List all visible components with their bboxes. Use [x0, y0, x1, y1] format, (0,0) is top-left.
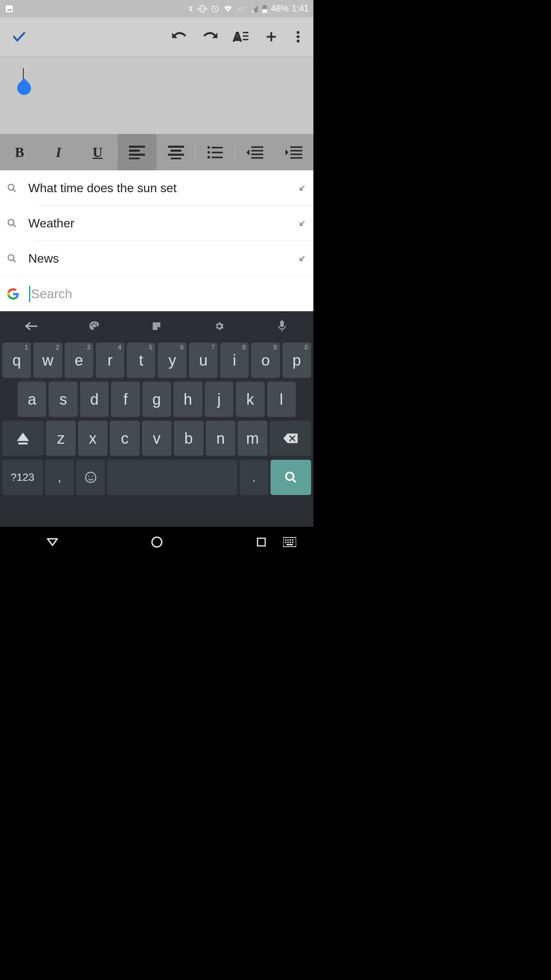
wifi-icon — [223, 4, 233, 13]
italic-button[interactable]: I — [39, 134, 78, 170]
text-caret — [29, 286, 30, 302]
svg-rect-67 — [285, 542, 287, 543]
vibrate-icon — [197, 4, 207, 14]
shift-key[interactable] — [2, 421, 44, 456]
suggestion-item[interactable]: News — [0, 241, 313, 276]
settings-icon[interactable] — [208, 321, 231, 332]
key-c[interactable]: c — [110, 421, 139, 456]
key-m[interactable]: m — [238, 421, 267, 456]
add-button[interactable] — [256, 21, 287, 52]
sticker-icon[interactable] — [145, 320, 168, 332]
key-h[interactable]: h — [173, 382, 202, 417]
format-bar: B I U — [0, 134, 313, 170]
search-suggestions: What time does the sun set Weather News — [0, 170, 313, 276]
key-b[interactable]: b — [174, 421, 203, 456]
svg-point-45 — [8, 255, 14, 260]
svg-line-42 — [13, 189, 16, 192]
keyboard-back-button[interactable] — [20, 322, 43, 331]
system-navbar — [0, 527, 313, 551]
svg-rect-11 — [243, 32, 249, 33]
document-area[interactable] — [0, 57, 313, 134]
svg-point-43 — [8, 219, 14, 225]
more-button[interactable] — [287, 21, 310, 52]
suggestion-item[interactable]: What time does the sun set — [0, 170, 313, 206]
svg-marker-59 — [47, 539, 57, 546]
key-j[interactable]: j — [205, 382, 233, 417]
confirm-button[interactable] — [4, 21, 34, 52]
search-bar[interactable]: Search — [0, 276, 313, 311]
align-left-button[interactable] — [117, 134, 156, 170]
svg-rect-66 — [292, 539, 293, 541]
insert-suggestion-icon[interactable] — [298, 184, 306, 192]
key-o[interactable]: o9 — [251, 343, 280, 378]
key-l[interactable]: l — [267, 382, 296, 417]
insert-suggestion-icon[interactable] — [298, 219, 306, 227]
home-button[interactable] — [145, 531, 168, 551]
svg-rect-21 — [129, 154, 145, 155]
outdent-button[interactable] — [235, 134, 274, 170]
search-input[interactable]: Search — [29, 286, 306, 302]
mic-icon[interactable] — [271, 320, 293, 332]
search-enter-key[interactable] — [271, 460, 311, 495]
svg-rect-0 — [6, 5, 13, 12]
google-logo-icon — [7, 288, 19, 300]
key-g[interactable]: g — [142, 382, 171, 417]
key-q[interactable]: q1 — [2, 343, 31, 378]
key-v[interactable]: v — [142, 421, 171, 456]
svg-text:A: A — [232, 29, 242, 44]
back-button[interactable] — [41, 531, 64, 551]
key-w[interactable]: w2 — [33, 343, 62, 378]
suggestion-item[interactable]: Weather — [0, 206, 313, 241]
svg-point-56 — [92, 476, 93, 477]
redo-button[interactable] — [195, 21, 225, 52]
svg-rect-37 — [290, 146, 302, 148]
align-center-button[interactable] — [156, 134, 196, 170]
svg-point-48 — [91, 325, 92, 326]
svg-rect-71 — [287, 544, 293, 546]
status-time: 1:41 — [292, 3, 309, 14]
svg-point-60 — [152, 537, 162, 547]
undo-button[interactable] — [164, 21, 195, 52]
svg-rect-39 — [290, 154, 302, 155]
key-r[interactable]: r4 — [96, 343, 124, 378]
bold-button[interactable]: B — [0, 134, 39, 170]
emoji-key[interactable] — [76, 460, 105, 495]
key-e[interactable]: e3 — [65, 343, 93, 378]
key-i[interactable]: i8 — [220, 343, 249, 378]
search-placeholder: Search — [31, 286, 72, 301]
key-k[interactable]: k — [236, 382, 264, 417]
recents-button[interactable] — [250, 531, 273, 551]
backspace-key[interactable] — [270, 421, 311, 456]
svg-point-49 — [93, 323, 94, 324]
key-s[interactable]: s — [49, 382, 77, 417]
theme-icon[interactable] — [83, 320, 106, 332]
key-d[interactable]: d — [80, 382, 109, 417]
key-p[interactable]: p0 — [282, 343, 311, 378]
signal-icon — [250, 5, 259, 13]
text-format-button[interactable]: A — [225, 21, 256, 52]
search-icon — [7, 183, 17, 193]
period-key[interactable]: . — [240, 460, 268, 495]
key-n[interactable]: n — [206, 421, 235, 456]
text-cursor-handle[interactable] — [17, 68, 31, 95]
svg-point-27 — [207, 146, 210, 149]
symbols-key[interactable]: ?123 — [2, 460, 43, 495]
keyboard-toolbar — [0, 311, 313, 341]
key-t[interactable]: t5 — [127, 343, 155, 378]
svg-rect-61 — [258, 538, 265, 546]
key-a[interactable]: a — [18, 382, 46, 417]
key-y[interactable]: y6 — [158, 343, 186, 378]
bullet-list-button[interactable] — [196, 134, 235, 170]
underline-button[interactable]: U — [78, 134, 117, 170]
comma-key[interactable]: , — [45, 460, 74, 495]
key-u[interactable]: u7 — [189, 343, 218, 378]
key-f[interactable]: f — [111, 382, 140, 417]
indent-button[interactable] — [274, 134, 313, 170]
space-key[interactable] — [107, 460, 237, 495]
key-z[interactable]: z — [46, 421, 75, 456]
keyboard-switch-button[interactable] — [278, 531, 301, 551]
insert-suggestion-icon[interactable] — [298, 254, 306, 263]
key-x[interactable]: x — [78, 421, 108, 456]
svg-rect-13 — [243, 39, 249, 40]
svg-point-50 — [95, 323, 97, 325]
